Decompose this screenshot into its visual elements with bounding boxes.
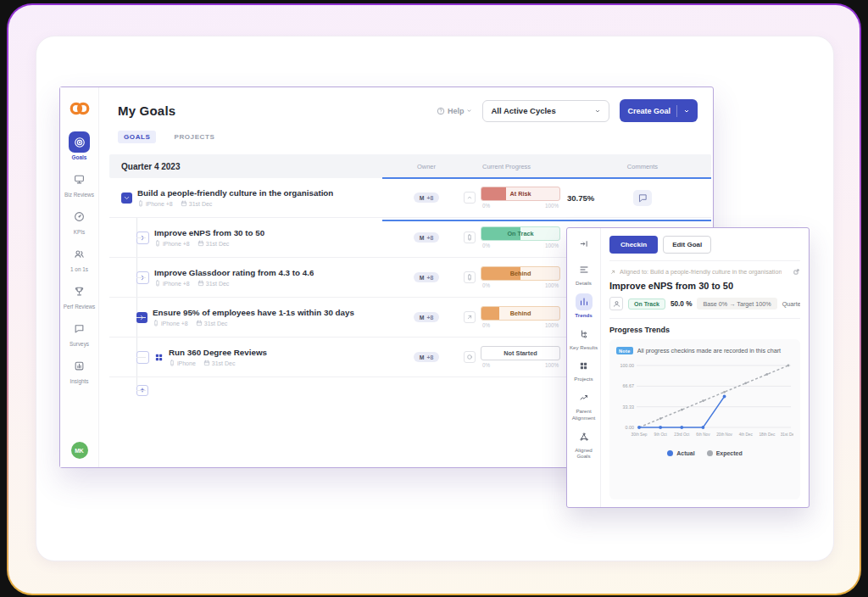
sidebar-item-perf-reviews[interactable]: Perf Reviews [61,281,98,310]
chevron-down-icon [683,108,690,114]
aligned-to-text[interactable]: Aligned to: Build a people-friendly cult… [620,268,782,276]
circle-icon [466,354,473,360]
cycle-section-title: Quarter 4 2023 [121,162,389,171]
chat-icon [74,323,85,334]
tab-goals[interactable]: GOALS [118,131,156,143]
progress-bar[interactable]: Behind [481,266,560,281]
device-label: iPhone +8 [163,241,190,247]
expand-toggle[interactable] [121,192,132,204]
phone-icon [466,274,473,281]
calendar-icon [181,200,187,207]
device-icon [154,240,161,247]
status-label: Not Started [481,347,559,360]
help-icon [437,107,445,115]
svg-text:23rd Oct: 23rd Oct [674,432,690,437]
panel-tab-label: Projects [574,376,593,382]
goal-title[interactable]: Ensure 95% of employees have 1-1s within… [153,308,354,317]
goal-title[interactable]: Improve Glassdoor rating from 4.3 to 4.6 [154,268,314,277]
progress-bar[interactable]: At Risk [481,187,560,201]
owner-avatar-button[interactable] [609,297,623,310]
cycle-selector[interactable]: All Active Cycles [482,100,609,122]
goal-title[interactable]: Run 360 Degree Reviews [169,348,267,357]
progress-action-button[interactable] [464,271,476,283]
sidebar-item-surveys[interactable]: Surveys [61,318,98,348]
sidebar-item-label: Biz Reviews [64,192,94,198]
tab-projects[interactable]: PROJECTS [168,131,220,143]
device-icon [154,280,161,287]
calendar-icon [198,240,204,247]
goal-detail-title: Improve eNPS from 30 to 50 [609,281,800,291]
panel-tab-trends[interactable]: Trends [568,293,600,319]
legend-item-expected[interactable]: Expected [707,450,743,456]
aligned-goals-icon [579,432,589,442]
goal-title[interactable]: Improve eNPS from 30 to 50 [154,228,264,237]
edit-goal-button[interactable]: Edit Goal [663,236,711,254]
button-divider [676,105,677,117]
sidebar-item-insights[interactable]: Insights [61,355,98,385]
comment-button[interactable] [633,190,652,206]
device-label: iPhone +8 [163,281,190,287]
svg-text:100.00: 100.00 [620,363,635,368]
svg-text:18th Dec: 18th Dec [759,432,775,437]
column-header-owner: Owner [389,163,464,170]
goal-meta: iPhone +831st Dec [137,200,333,207]
panel-tab-details[interactable]: Details [568,261,600,287]
owner-chip[interactable]: M+8 [414,232,439,243]
panel-tab-parent-alignment[interactable]: Parent Alignment [568,389,600,421]
legend-item-actual[interactable]: Actual [667,450,694,456]
panel-tab-key-results[interactable]: Key Results [568,326,600,351]
create-goal-button[interactable]: Create Goal [620,99,698,122]
panel-tab-projects[interactable]: Projects [568,357,600,382]
collapse-panel-button[interactable] [577,237,590,253]
panel-tab-aligned-goals[interactable]: Aligned Goals [568,428,600,460]
due-date-label: 31st Dec [204,321,228,326]
goal-row[interactable]: Build a people-friendly culture in the o… [109,178,711,218]
owner-chip[interactable]: M+8 [414,312,439,322]
checkin-button[interactable]: Checkin [609,236,658,254]
device-label: iPhone [177,360,196,366]
sidebar-item-goals[interactable]: Goals [61,131,98,161]
progress-action-button[interactable] [464,351,476,363]
progress-scale: 0%100% [481,362,560,368]
help-menu[interactable]: Help [437,107,473,115]
progress-bar[interactable]: On Track [481,226,560,241]
sidebar-item-biz-reviews[interactable]: Biz Reviews [61,169,98,198]
legend-dot [667,450,673,456]
sidebar-item-label: Perf Reviews [64,304,96,310]
progress-action-button[interactable] [464,192,476,204]
progress-action-button[interactable] [464,311,476,323]
sidebar-item-label: Insights [70,378,88,385]
note-text: All progress checkins made are recorded … [637,347,781,354]
panel-tab-label: Parent Alignment [568,408,600,421]
progress-trends-title: Progress Trends [609,326,800,334]
trends-icon [579,297,589,307]
status-label: On Track [481,227,559,240]
svg-text:31st Dec: 31st Dec [781,432,793,437]
progress-bar[interactable]: Behind [481,306,560,321]
progress-trends-chart[interactable]: 100.0066.6733.330.0030th Sep9th Oct23rd … [616,358,793,446]
owner-chip[interactable]: M+8 [414,352,439,362]
goal-title[interactable]: Build a people-friendly culture in the o… [137,188,333,198]
sidebar-item-label: KPIs [74,229,86,236]
base-target-pill: Base 0% → Target 100% [697,298,776,310]
progress-bar[interactable]: Not Started [481,346,560,360]
chevron-down-icon [466,108,472,114]
status-label: At Risk [481,187,559,200]
detail-panel-nav: DetailsTrendsKey ResultsProjectsParent A… [568,261,600,460]
gauge-icon [74,211,85,222]
panel-tab-label: Details [576,280,592,287]
owner-chip[interactable]: M+8 [414,272,439,282]
monitor-icon [74,174,85,185]
status-label: Behind [481,307,559,320]
owner-chip[interactable]: M+8 [414,192,439,203]
phone-icon [466,234,473,241]
progress-action-button[interactable] [464,232,476,243]
user-avatar[interactable]: MK [71,442,88,459]
project-icon [154,353,164,362]
column-header-comments: Comments [606,163,679,170]
open-external-icon[interactable] [793,268,800,276]
sidebar-item-kpis[interactable]: KPIs [61,206,98,236]
calendar-icon [203,360,210,366]
sidebar-item-1-on-1s[interactable]: 1 on 1s [61,243,98,273]
detail-panel-rail: DetailsTrendsKey ResultsProjectsParent A… [567,228,601,507]
